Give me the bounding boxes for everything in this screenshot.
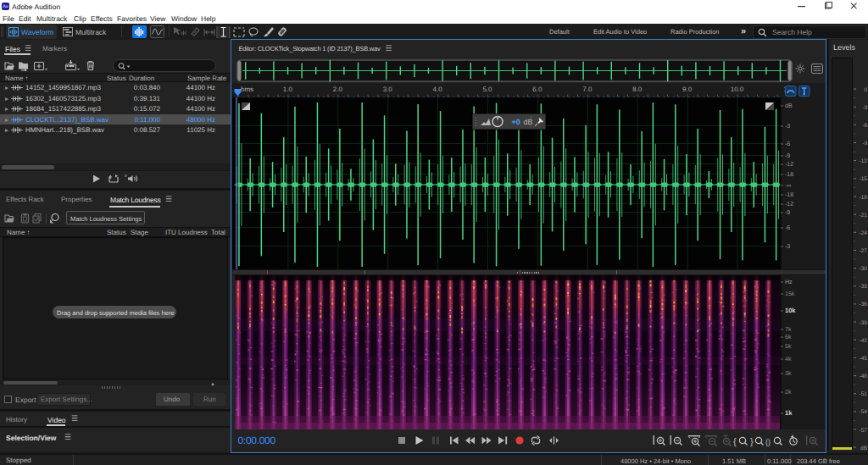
svg-text:6k: 6k	[785, 334, 792, 340]
svg-text:2k: 2k	[785, 389, 792, 396]
svg-text:10k: 10k	[785, 307, 796, 314]
svg-text:-15: -15	[860, 176, 868, 182]
svg-text:dB: dB	[785, 102, 793, 109]
svg-text:-48: -48	[860, 374, 868, 379]
svg-text:-12: -12	[785, 162, 793, 168]
svg-text:{: {	[733, 437, 737, 447]
svg-text:-54: -54	[860, 409, 868, 415]
svg-text:-27: -27	[860, 248, 868, 254]
svg-text:-18: -18	[860, 195, 868, 201]
svg-text:10.0: 10.0	[730, 86, 743, 93]
svg-text:-6: -6	[862, 123, 867, 129]
svg-text:1.0: 1.0	[282, 86, 292, 93]
svg-text:-33: -33	[860, 284, 868, 290]
svg-text:-3: -3	[785, 124, 790, 130]
svg-text:-36: -36	[860, 302, 868, 307]
svg-text:-9: -9	[785, 153, 790, 159]
svg-text:-42: -42	[860, 338, 868, 344]
svg-text:Hz: Hz	[785, 280, 793, 285]
svg-text:4k: 4k	[785, 356, 792, 363]
svg-text:-9: -9	[785, 210, 790, 216]
svg-text:-18: -18	[785, 192, 793, 198]
svg-text:2.0: 2.0	[332, 86, 342, 93]
svg-text:5k: 5k	[785, 343, 792, 350]
svg-text:-3: -3	[862, 105, 867, 111]
svg-text:4.0: 4.0	[432, 86, 442, 93]
svg-text:{}: {}	[765, 437, 771, 446]
svg-text:0: 0	[864, 87, 867, 93]
svg-text:-21: -21	[860, 213, 868, 219]
svg-text:-45: -45	[860, 356, 868, 362]
svg-text:-∞: -∞	[785, 183, 791, 189]
svg-text:9.0: 9.0	[682, 86, 693, 93]
svg-text:-6: -6	[785, 141, 790, 147]
svg-text:6.0: 6.0	[532, 86, 542, 93]
svg-text:-12: -12	[860, 158, 868, 164]
svg-text:8.0: 8.0	[632, 86, 643, 93]
svg-text:3k: 3k	[785, 370, 792, 377]
svg-text:7k: 7k	[785, 326, 792, 333]
svg-text:7.0: 7.0	[582, 86, 593, 93]
svg-text:-6: -6	[785, 225, 790, 231]
svg-text:-18: -18	[785, 172, 793, 178]
svg-text:15k: 15k	[785, 291, 795, 297]
svg-text:-24: -24	[860, 230, 868, 236]
svg-text:1k: 1k	[785, 409, 793, 417]
svg-text:5.0: 5.0	[482, 86, 492, 93]
svg-text:}: }	[750, 437, 754, 447]
svg-text:-39: -39	[860, 320, 868, 326]
svg-text:-12: -12	[785, 202, 793, 208]
svg-text:-3: -3	[785, 244, 790, 250]
svg-text:-57: -57	[860, 428, 868, 434]
svg-text:-51: -51	[860, 391, 868, 397]
svg-text:-30: -30	[860, 266, 868, 272]
svg-text:3.0: 3.0	[382, 86, 392, 93]
svg-text:dB: dB	[860, 446, 867, 451]
svg-text:-9: -9	[862, 141, 867, 147]
